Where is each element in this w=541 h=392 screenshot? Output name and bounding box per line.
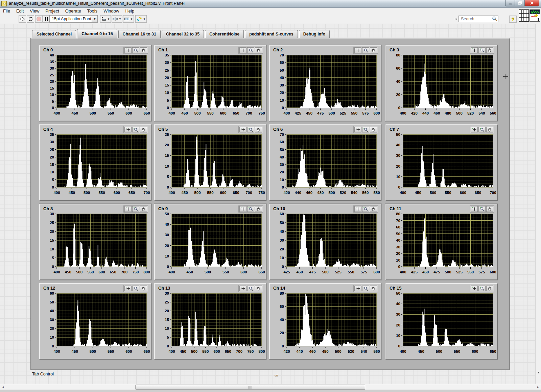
crosshair-tool-button[interactable] <box>124 286 132 291</box>
crosshair-tool-button[interactable] <box>239 286 246 291</box>
crosshair-tool-button[interactable] <box>354 47 361 53</box>
font-selector[interactable]: 15pt Application Font <box>49 15 92 23</box>
svg-text:60: 60 <box>396 225 400 229</box>
context-help-button[interactable]: ? <box>509 16 517 23</box>
svg-text:35: 35 <box>50 132 54 137</box>
font-selector-dropdown[interactable]: ▼ <box>92 15 98 23</box>
zoom-tool-button[interactable] <box>362 286 369 291</box>
menu-tools[interactable]: Tools <box>84 8 100 15</box>
svg-text:600: 600 <box>240 270 247 274</box>
zoom-tool-button[interactable] <box>478 127 486 132</box>
run-continuous-button[interactable] <box>27 15 34 23</box>
pan-tool-button[interactable] <box>486 127 493 132</box>
zoom-tool-button[interactable] <box>132 286 139 291</box>
pan-tool-button[interactable] <box>140 127 147 132</box>
restore-button[interactable] <box>515 0 525 6</box>
minimize-button[interactable] <box>505 0 515 6</box>
vi-icon[interactable]: 1 <box>530 9 540 23</box>
svg-text:450: 450 <box>422 270 429 274</box>
align-objects-dropdown[interactable]: ▼ <box>100 15 111 23</box>
zoom-tool-button[interactable] <box>247 127 254 132</box>
pan-tool-button[interactable] <box>140 47 147 53</box>
pan-tool-button[interactable] <box>255 286 262 291</box>
zoom-tool-button[interactable] <box>362 206 369 212</box>
vertical-scrollbar[interactable]: ▼ <box>535 24 541 384</box>
pan-tool-button[interactable] <box>140 286 147 291</box>
tab-debug-info[interactable]: Debug Info <box>299 30 330 38</box>
svg-text:1: 1 <box>537 18 539 22</box>
zoom-tool-button[interactable] <box>247 47 254 53</box>
pan-tool-button[interactable] <box>486 47 493 53</box>
scroll-left-icon[interactable]: ◄ <box>0 385 6 390</box>
zoom-tool-button[interactable] <box>478 206 486 212</box>
crosshair-tool-button[interactable] <box>124 127 132 132</box>
crosshair-tool-button[interactable] <box>471 286 478 291</box>
crosshair-tool-button[interactable] <box>354 127 361 132</box>
svg-text:10: 10 <box>280 98 284 102</box>
menu-edit[interactable]: Edit <box>13 8 27 15</box>
tab-channel-0-to-15[interactable]: Channel 0 to 15 <box>77 29 117 39</box>
horizontal-scrollbar[interactable]: ◄ ► <box>0 384 541 390</box>
scroll-down-icon[interactable]: ▼ <box>536 370 541 375</box>
crosshair-tool-button[interactable] <box>354 206 361 212</box>
zoom-tool-button[interactable] <box>132 206 139 212</box>
menu-file[interactable]: File <box>0 8 13 15</box>
zoom-tool-button[interactable] <box>362 127 369 132</box>
pan-tool-button[interactable] <box>370 206 377 212</box>
crosshair-tool-button[interactable] <box>471 206 478 212</box>
menu-help[interactable]: Help <box>122 8 137 15</box>
pan-tool-button[interactable] <box>486 286 493 291</box>
crosshair-tool-button[interactable] <box>124 206 132 212</box>
pan-tool-button[interactable] <box>255 47 262 53</box>
crosshair-tool-button[interactable] <box>354 286 361 291</box>
crosshair-tool-button[interactable] <box>239 47 246 53</box>
horizontal-scrollbar-thumb[interactable] <box>135 385 365 390</box>
zoom-tool-button[interactable] <box>478 286 486 291</box>
tab-coherentnoise[interactable]: CoherentNoise <box>205 30 244 38</box>
tab-selected-channel[interactable]: Selected Channel <box>32 30 76 38</box>
tab-channel-32-to-35[interactable]: Channel 32 to 35 <box>162 30 204 38</box>
tab-channel-16-to-31[interactable]: Channel 16 to 31 <box>118 30 161 38</box>
svg-text:60: 60 <box>280 212 284 216</box>
search-input[interactable] <box>458 16 498 22</box>
svg-text:450: 450 <box>181 111 188 115</box>
menu-window[interactable]: Window <box>100 8 122 15</box>
crosshair-tool-button[interactable] <box>239 206 246 212</box>
zoom-tool-button[interactable] <box>132 127 139 132</box>
zoom-tool-button[interactable] <box>478 47 486 53</box>
menu-project[interactable]: Project <box>42 8 62 15</box>
distribute-objects-dropdown[interactable]: ▼ <box>112 15 122 23</box>
menu-operate[interactable]: Operate <box>62 8 84 15</box>
pan-tool-button[interactable] <box>486 206 493 212</box>
resize-objects-dropdown[interactable]: ▼ <box>123 15 134 23</box>
pan-tool-button[interactable] <box>370 127 377 132</box>
close-button[interactable] <box>525 0 539 6</box>
run-button[interactable] <box>19 15 26 23</box>
zoom-tool-button[interactable] <box>247 206 254 212</box>
crosshair-tool-button[interactable] <box>471 127 478 132</box>
pan-tool-button[interactable] <box>140 206 147 212</box>
abort-button[interactable] <box>35 15 43 23</box>
pan-tool-button[interactable] <box>255 127 262 132</box>
alignment-grid-icon[interactable] <box>519 9 529 23</box>
chart-title: Ch 7 <box>390 127 399 132</box>
chart-module: Ch 3 02040608040042044046048050052054056… <box>385 45 498 121</box>
menu-view[interactable]: View <box>27 8 42 15</box>
pan-tool-button[interactable] <box>255 206 262 212</box>
histogram-plot: 01020304050400450500550600650 <box>157 213 264 277</box>
zoom-tool-button[interactable] <box>132 47 139 53</box>
svg-text:10: 10 <box>50 247 54 251</box>
zoom-tool-button[interactable] <box>247 286 254 291</box>
reorder-objects-dropdown[interactable]: ▼ <box>135 15 147 23</box>
pan-tool-button[interactable] <box>370 286 377 291</box>
tab-pedshift-and-s-curves[interactable]: pedshift and S-curves <box>245 30 298 38</box>
crosshair-tool-button[interactable] <box>239 127 246 132</box>
zoom-tool-button[interactable] <box>362 47 369 53</box>
search-collapse-icon[interactable] <box>454 16 458 22</box>
crosshair-tool-button[interactable] <box>471 47 478 53</box>
svg-text:30: 30 <box>280 238 284 242</box>
scroll-right-icon[interactable]: ► <box>535 385 541 390</box>
crosshair-tool-button[interactable] <box>124 47 132 53</box>
pan-tool-button[interactable] <box>370 47 377 53</box>
svg-text:440: 440 <box>422 111 429 115</box>
